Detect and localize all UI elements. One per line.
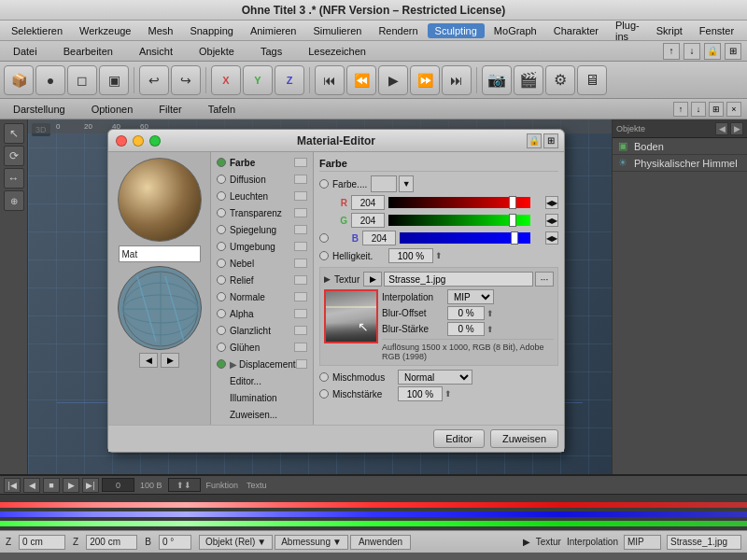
- tex-blur-staerke-value[interactable]: 0 %: [447, 322, 485, 336]
- tex-blur-offset-arrow[interactable]: ⬆: [486, 309, 494, 318]
- b-arrow-btn[interactable]: ◀▶: [545, 231, 558, 245]
- toolbar-play-btn[interactable]: ▶: [378, 65, 408, 95]
- menu-filter[interactable]: Filter: [151, 102, 189, 117]
- panel-btn-1[interactable]: ◀: [715, 122, 728, 135]
- toolbar-render-region-btn[interactable]: 🎬: [514, 65, 543, 95]
- menu-selektieren[interactable]: Selektieren: [4, 23, 70, 38]
- g-slider-thumb[interactable]: [509, 214, 516, 227]
- menu-hilfe[interactable]: Hilfe: [743, 23, 747, 38]
- small-icon1[interactable]: ↑: [673, 102, 688, 117]
- status-b-value[interactable]: 0 °: [159, 535, 191, 550]
- left-tool-1[interactable]: ↖: [4, 123, 24, 144]
- tl-frame-input[interactable]: 0: [102, 478, 134, 492]
- menu-objekte[interactable]: Objekte: [191, 44, 242, 59]
- channel-farbe[interactable]: Farbe: [211, 154, 313, 171]
- channel-relief[interactable]: Relief: [211, 272, 313, 288]
- toolbar-render-view-btn[interactable]: 🖥: [577, 65, 607, 95]
- tl-prev-key-btn[interactable]: |◀: [4, 478, 21, 493]
- channel-nebel[interactable]: Nebel: [211, 255, 313, 272]
- tl-play-btn[interactable]: ▶: [63, 478, 79, 493]
- mat-max-btn[interactable]: [149, 135, 161, 147]
- status-z-value1[interactable]: 0 cm: [19, 535, 65, 550]
- texture-toggle-btn[interactable]: ▶: [363, 272, 382, 287]
- r-arrow-btn[interactable]: ◀▶: [545, 196, 558, 209]
- mat-expand-icon[interactable]: ⊞: [543, 133, 558, 148]
- channel-zuweisen[interactable]: Zuweisen...: [211, 406, 313, 423]
- farbe-dropdown-btn[interactable]: ▼: [399, 175, 414, 192]
- arrow-down-icon[interactable]: ↓: [684, 43, 700, 60]
- farbe-dot-check[interactable]: [319, 179, 329, 189]
- toolbar-play-fwd-btn[interactable]: ⏭: [442, 65, 472, 95]
- menu-simulieren[interactable]: Simulieren: [305, 23, 369, 38]
- b-dot[interactable]: [319, 233, 329, 243]
- toolbar-model-btn[interactable]: 📦: [4, 65, 34, 95]
- tl-stop-btn[interactable]: ■: [43, 478, 60, 493]
- toolbar-render-settings-btn[interactable]: ⚙: [545, 65, 575, 95]
- left-tool-3[interactable]: ↔: [4, 168, 24, 189]
- mat-editor-btn[interactable]: Editor: [433, 429, 485, 448]
- menu-animieren[interactable]: Animieren: [243, 23, 304, 38]
- menu-tafeln[interactable]: Tafeln: [201, 102, 243, 117]
- anwenden-btn[interactable]: Anwenden: [350, 535, 411, 550]
- toolbar-x-axis-btn[interactable]: X: [211, 65, 241, 95]
- channel-displacement[interactable]: ▶ Displacement: [211, 356, 313, 372]
- status-z-value2[interactable]: 200 cm: [86, 535, 137, 550]
- b-slider-thumb[interactable]: [511, 231, 518, 245]
- menu-optionen[interactable]: Optionen: [84, 102, 141, 117]
- tex-blur-offset-value[interactable]: 0 %: [447, 306, 485, 320]
- channel-illumination[interactable]: Illumination: [211, 389, 313, 406]
- status-interp-select[interactable]: MIP: [624, 535, 661, 550]
- obj-rel-btn[interactable]: Objekt (Rel) ▼: [199, 535, 273, 550]
- menu-mograph[interactable]: MoGraph: [486, 23, 544, 38]
- expand-icon[interactable]: ⊞: [725, 43, 741, 60]
- channel-transparenz[interactable]: Transparenz: [211, 204, 313, 221]
- r-value-box[interactable]: 204: [351, 195, 385, 210]
- helligkeit-arrow[interactable]: ⬆: [435, 251, 443, 260]
- r-slider-thumb[interactable]: [509, 196, 516, 209]
- mat-lock-icon[interactable]: 🔒: [527, 133, 542, 148]
- tex-blur-staerke-arrow[interactable]: ⬆: [486, 325, 494, 334]
- texture-filename-display[interactable]: Strasse_1.jpg: [384, 272, 533, 287]
- toolbar-edges-btn[interactable]: ◻: [67, 65, 97, 95]
- arrow-up-icon[interactable]: ↑: [663, 43, 680, 60]
- toolbar-undo-btn[interactable]: ↩: [139, 65, 169, 95]
- channel-editor[interactable]: Editor...: [211, 372, 313, 389]
- mat-prev-btn[interactable]: ◀: [139, 353, 158, 368]
- menu-datei[interactable]: Datei: [6, 44, 45, 59]
- menu-werkzeuge[interactable]: Werkzeuge: [72, 23, 138, 38]
- small-icon3[interactable]: ⊞: [709, 102, 724, 117]
- channel-spiegelung[interactable]: Spiegelung: [211, 221, 313, 238]
- menu-fenster[interactable]: Fenster: [692, 23, 741, 38]
- menu-snapping[interactable]: Snapping: [182, 23, 241, 38]
- right-panel-item-boden[interactable]: ▣ Boden: [613, 138, 747, 155]
- b-value-box[interactable]: 204: [362, 231, 396, 245]
- toolbar-redo-btn[interactable]: ↪: [171, 65, 201, 95]
- toolbar-step-fwd-btn[interactable]: ⏩: [410, 65, 440, 95]
- channel-leuchten[interactable]: Leuchten: [211, 188, 313, 204]
- abmessung-btn[interactable]: Abmessung ▼: [275, 535, 348, 550]
- menu-sculpting[interactable]: Sculpting: [428, 23, 485, 38]
- menu-ansicht[interactable]: Ansicht: [132, 44, 180, 59]
- tl-next-key-btn[interactable]: ▶|: [82, 478, 99, 493]
- mischstaerke-arrow[interactable]: ⬆: [444, 389, 452, 399]
- menu-skript[interactable]: Skript: [649, 23, 690, 38]
- menu-lesezeichen[interactable]: Lesezeichen: [301, 44, 374, 59]
- toolbar-render-btn[interactable]: 📷: [482, 65, 512, 95]
- menu-charakter[interactable]: Charakter: [546, 23, 606, 38]
- toolbar-z-axis-btn[interactable]: Z: [275, 65, 304, 95]
- lock-icon[interactable]: 🔒: [704, 43, 721, 60]
- toolbar-step-back-btn[interactable]: ⏪: [346, 65, 376, 95]
- mat-next-btn[interactable]: ▶: [161, 353, 179, 368]
- texture-dots-btn[interactable]: ···: [535, 272, 554, 287]
- helligkeit-value[interactable]: 100 %: [388, 248, 433, 263]
- mischmodus-select[interactable]: Normal: [398, 370, 472, 385]
- mat-close-btn[interactable]: [116, 135, 127, 147]
- menu-rendern[interactable]: Rendern: [371, 23, 425, 38]
- toolbar-y-axis-btn[interactable]: Y: [243, 65, 273, 95]
- farbe-color-swatch[interactable]: [371, 175, 397, 192]
- toolbar-points-btn[interactable]: ●: [35, 65, 65, 95]
- channel-alpha[interactable]: Alpha: [211, 305, 313, 322]
- small-icon2[interactable]: ↓: [691, 102, 706, 117]
- tl-stepper-btn[interactable]: ⬆⬇: [168, 478, 201, 492]
- mat-name-input[interactable]: [119, 245, 201, 262]
